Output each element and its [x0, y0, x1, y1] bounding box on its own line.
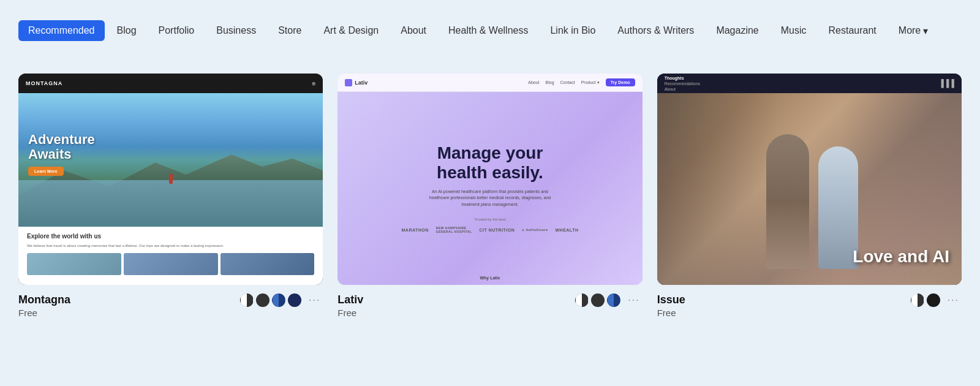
- lativ-nav-blog: Blog: [546, 80, 554, 85]
- montagna-more-options[interactable]: ···: [306, 293, 323, 307]
- issue-text-overlay: Love and AI: [853, 247, 949, 267]
- lativ-name-section: Lativ Free: [337, 293, 363, 318]
- menu-icon: ≡: [312, 80, 315, 87]
- lativ-color-1[interactable]: [575, 293, 589, 307]
- montagna-actions: ···: [240, 293, 323, 307]
- lativ-brand-logos: MARATHON NEW HAMPSHIREGENERAL HOSPITAL C…: [402, 226, 579, 233]
- montagna-site-name: MONTAGNA: [26, 80, 62, 86]
- photo-thumb-2: [124, 253, 218, 275]
- chevron-down-icon: ▾: [923, 25, 928, 37]
- nav-item-portfolio[interactable]: Portfolio: [149, 20, 205, 41]
- lativ-nav-about: About: [528, 80, 539, 85]
- photo-thumb-3: [221, 253, 315, 275]
- nav-bar: Recommended Blog Portfolio Business Stor…: [0, 0, 980, 61]
- issue-more-options[interactable]: ···: [945, 293, 962, 307]
- lativ-hero: Manage your health easily. An AI-powered…: [337, 92, 642, 285]
- lativ-logo-text: Lativ: [355, 80, 368, 86]
- lativ-preview[interactable]: Lativ About Blog Contact Product ▾ Try D…: [337, 74, 642, 285]
- brand-nhgh: NEW HAMPSHIREGENERAL HOSPITAL: [436, 226, 472, 233]
- couple-shapes: [748, 110, 870, 269]
- adventure-title: Adventure Awaits: [28, 132, 95, 162]
- nav-item-business[interactable]: Business: [206, 20, 266, 41]
- lativ-topbar: Lativ About Blog Contact Product ▾ Try D…: [337, 74, 642, 92]
- issue-nav-recommendations: Recommendations: [665, 81, 700, 86]
- issue-nav-thoughts: Thoughts: [665, 76, 700, 80]
- montagna-price: Free: [18, 308, 70, 318]
- person-figure: [169, 174, 173, 184]
- bar-chart-icon: ▐▐▐: [938, 79, 954, 88]
- montagna-lower: Explore the world with us We believe tha…: [18, 227, 323, 285]
- person-left: [766, 134, 809, 269]
- nav-item-art-design[interactable]: Art & Design: [314, 20, 388, 41]
- lativ-trusted-label: Trusted by the best: [474, 218, 505, 221]
- lativ-color-3[interactable]: [607, 293, 620, 307]
- montagna-info: Montagna Free ···: [18, 285, 323, 323]
- issue-name: Issue: [657, 293, 685, 306]
- love-ai-title: Love and AI: [853, 247, 949, 267]
- nav-item-link-in-bio[interactable]: Link in Bio: [540, 20, 605, 41]
- nav-item-about[interactable]: About: [391, 20, 436, 41]
- learn-more-button[interactable]: Learn More: [28, 167, 64, 176]
- issue-price: Free: [657, 308, 685, 318]
- more-label: More: [899, 25, 921, 36]
- nav-item-authors-writers[interactable]: Authors & Writers: [608, 20, 704, 41]
- nav-item-health-wellness[interactable]: Health & Wellness: [439, 20, 538, 41]
- lake-reflection: [18, 180, 323, 227]
- template-card-lativ: Lativ About Blog Contact Product ▾ Try D…: [337, 74, 642, 323]
- lativ-logo-icon: [345, 79, 352, 86]
- issue-info: Issue Free ···: [657, 285, 962, 323]
- template-card-issue: Thoughts Recommendations About ▐▐▐ Love …: [657, 74, 962, 323]
- explore-title: Explore the world with us: [27, 233, 314, 240]
- montagna-name-section: Montagna Free: [18, 293, 70, 318]
- issue-name-section: Issue Free: [657, 293, 685, 318]
- issue-hero: Love and AI: [657, 93, 962, 285]
- nav-item-music[interactable]: Music: [771, 20, 816, 41]
- explore-text: We believe that travel is about creating…: [27, 243, 314, 248]
- lativ-more-options[interactable]: ···: [625, 293, 642, 307]
- photo-grid: [27, 253, 314, 275]
- lativ-footer-text: Why Lativ: [480, 276, 500, 280]
- lativ-subtitle: An AI-powered healthcare platform that p…: [423, 189, 557, 208]
- issue-color-2[interactable]: [927, 293, 940, 307]
- color-option-4[interactable]: [288, 293, 301, 307]
- issue-nav-about: About: [665, 87, 700, 91]
- lativ-try-button[interactable]: Try Demo: [606, 78, 635, 86]
- lativ-nav-product: Product ▾: [581, 80, 600, 85]
- lativ-price: Free: [337, 308, 363, 318]
- color-option-1[interactable]: [240, 293, 254, 307]
- lativ-actions: ···: [575, 293, 642, 307]
- templates-grid: MONTAGNA ≡ Adventure Awaits Learn More E…: [0, 61, 980, 341]
- montagna-text-overlay: Adventure Awaits Learn More: [28, 132, 95, 176]
- template-card-montagna: MONTAGNA ≡ Adventure Awaits Learn More E…: [18, 74, 323, 323]
- nav-item-magazine[interactable]: Magazine: [706, 20, 768, 41]
- issue-actions: ···: [911, 293, 962, 307]
- nav-item-more[interactable]: More ▾: [889, 20, 938, 42]
- lativ-logo: Lativ: [345, 79, 368, 86]
- lativ-name: Lativ: [337, 293, 363, 306]
- lativ-main-title: Manage your health easily.: [437, 143, 543, 183]
- lativ-color-2[interactable]: [591, 293, 605, 307]
- nav-item-store[interactable]: Store: [268, 20, 311, 41]
- lativ-nav-items: About Blog Contact Product ▾ Try Demo: [528, 78, 635, 86]
- lativ-nav-contact: Contact: [560, 80, 575, 85]
- lativ-info: Lativ Free ···: [337, 285, 642, 323]
- color-option-2[interactable]: [256, 293, 270, 307]
- issue-nav: Thoughts Recommendations About: [665, 76, 700, 91]
- brand-cit: CIT NUTRITION: [479, 228, 514, 232]
- montagna-topbar: MONTAGNA ≡: [18, 74, 323, 93]
- montagna-preview[interactable]: MONTAGNA ≡ Adventure Awaits Learn More E…: [18, 74, 323, 285]
- brand-holisticare: ⬥ holisticare: [522, 228, 548, 232]
- brand-marathon: MARATHON: [402, 228, 429, 232]
- issue-topbar: Thoughts Recommendations About ▐▐▐: [657, 74, 962, 93]
- nav-item-blog[interactable]: Blog: [107, 20, 146, 41]
- photo-thumb-1: [27, 253, 121, 275]
- issue-color-1[interactable]: [911, 293, 924, 307]
- issue-color-options: [911, 293, 940, 307]
- lativ-color-options: [575, 293, 620, 307]
- color-option-3[interactable]: [272, 293, 285, 307]
- issue-preview[interactable]: Thoughts Recommendations About ▐▐▐ Love …: [657, 74, 962, 285]
- montagna-color-options: [240, 293, 301, 307]
- montagna-hero: Adventure Awaits Learn More: [18, 93, 323, 227]
- nav-item-restaurant[interactable]: Restaurant: [819, 20, 886, 41]
- nav-item-recommended[interactable]: Recommended: [18, 20, 105, 41]
